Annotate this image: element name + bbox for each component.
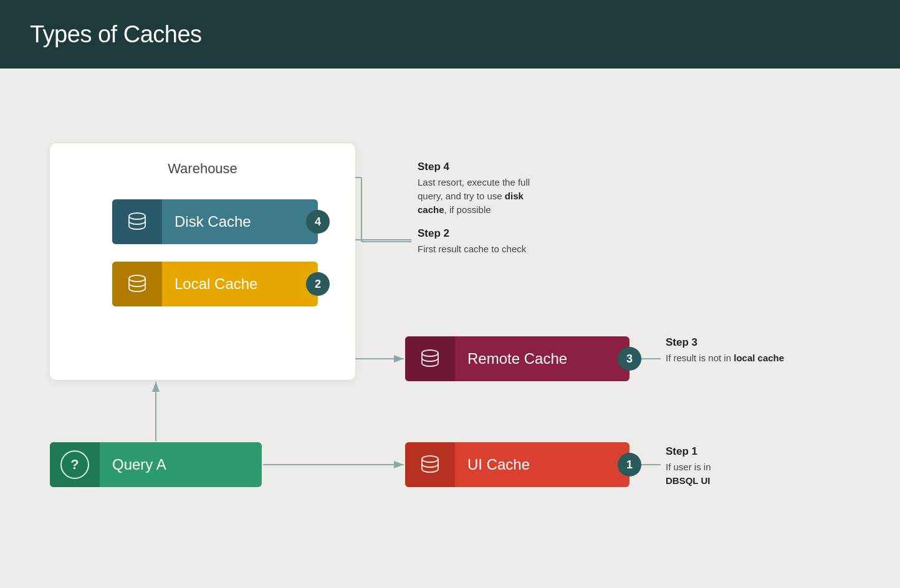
query-icon-bg: ? bbox=[50, 442, 100, 487]
disk-cache-bar: Disk Cache 4 bbox=[112, 199, 318, 244]
local-cache-bar: Local Cache 2 bbox=[112, 262, 318, 306]
step3-text: If result is not in local cache bbox=[666, 351, 784, 365]
step4-desc: Step 4 Last resort, execute the full que… bbox=[418, 161, 555, 216]
ui-cache-icon-bg bbox=[405, 442, 455, 487]
remote-cache-badge: 3 bbox=[618, 347, 641, 371]
step3-desc: Step 3 If result is not in local cache bbox=[666, 336, 784, 365]
local-cache-label: Local Cache bbox=[162, 275, 306, 293]
step2-text: First result cache to check bbox=[418, 242, 526, 256]
remote-cache-label: Remote Cache bbox=[455, 350, 618, 368]
main-content: Warehouse Disk Cache 4 Lo bbox=[0, 69, 900, 588]
step3-title: Step 3 bbox=[666, 336, 784, 349]
question-icon: ? bbox=[60, 450, 89, 479]
step1-title: Step 1 bbox=[666, 445, 711, 458]
local-cache-badge: 2 bbox=[306, 272, 330, 296]
local-cache-db-icon bbox=[125, 272, 149, 296]
svg-point-9 bbox=[129, 275, 145, 282]
warehouse-label: Warehouse bbox=[168, 161, 237, 177]
ui-cache-label: UI Cache bbox=[455, 456, 618, 473]
warehouse-box: Warehouse Disk Cache 4 Lo bbox=[50, 143, 355, 380]
query-label: Query A bbox=[100, 456, 166, 473]
remote-cache-bar: Remote Cache 3 bbox=[405, 336, 630, 381]
step1-desc: Step 1 If user is inDBSQL UI bbox=[666, 445, 711, 488]
disk-cache-icon-bg bbox=[112, 199, 162, 244]
page-header: Types of Caches bbox=[0, 0, 900, 69]
svg-point-11 bbox=[422, 456, 438, 462]
page-title: Types of Caches bbox=[30, 21, 202, 48]
local-cache-icon-bg bbox=[112, 262, 162, 306]
svg-point-10 bbox=[422, 350, 438, 356]
remote-cache-icon-bg bbox=[405, 336, 455, 381]
disk-cache-db-icon bbox=[125, 210, 149, 234]
query-box: ? Query A bbox=[50, 442, 262, 487]
step4-title: Step 4 bbox=[418, 161, 555, 173]
step2-title: Step 2 bbox=[418, 227, 526, 240]
step4-text: Last resort, execute the full query, and… bbox=[418, 176, 555, 216]
ui-cache-badge: 1 bbox=[618, 453, 641, 477]
ui-cache-db-icon bbox=[418, 453, 442, 477]
remote-cache-db-icon bbox=[418, 347, 442, 371]
disk-cache-badge: 4 bbox=[306, 210, 330, 234]
svg-point-8 bbox=[129, 213, 145, 219]
ui-cache-bar: UI Cache 1 bbox=[405, 442, 630, 487]
step2-desc: Step 2 First result cache to check bbox=[418, 227, 526, 256]
step1-text: If user is inDBSQL UI bbox=[666, 460, 711, 488]
disk-cache-label: Disk Cache bbox=[162, 213, 306, 230]
